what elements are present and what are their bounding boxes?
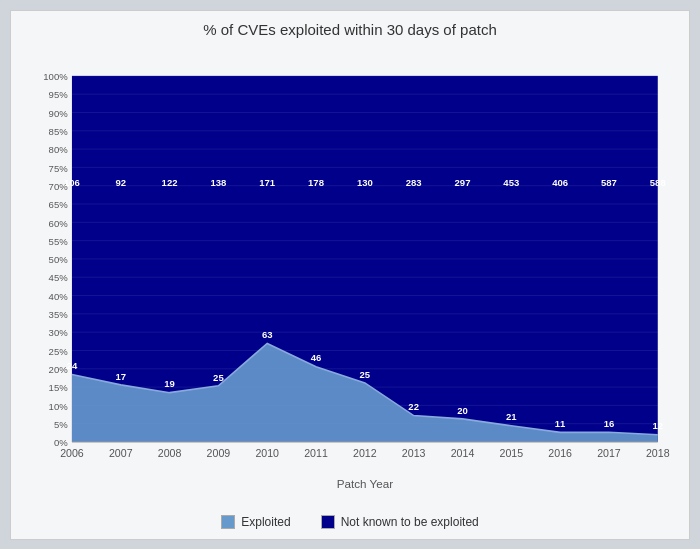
svg-text:2009: 2009 [207,446,231,458]
svg-text:587: 587 [601,176,617,187]
chart-svg: 0%5%10%15%20%25%30%35%40%45%50%55%60%65%… [21,44,679,511]
svg-text:283: 283 [406,176,422,187]
chart-legend: Exploited Not known to be exploited [221,515,478,529]
svg-text:40%: 40% [49,290,69,301]
svg-text:25%: 25% [49,345,69,356]
svg-text:2012: 2012 [353,446,377,458]
legend-not-exploited: Not known to be exploited [321,515,479,529]
chart-area: 0%5%10%15%20%25%30%35%40%45%50%55%60%65%… [21,44,679,511]
svg-text:65%: 65% [49,199,69,210]
svg-text:60%: 60% [49,217,69,228]
svg-text:2011: 2011 [304,446,328,458]
svg-text:20: 20 [457,404,468,415]
svg-text:90%: 90% [49,107,69,118]
svg-text:10%: 10% [49,400,69,411]
svg-text:25: 25 [360,368,371,379]
svg-text:63: 63 [262,329,273,340]
svg-text:Patch Year: Patch Year [337,476,394,489]
svg-text:85%: 85% [49,126,69,137]
svg-text:46: 46 [311,352,322,363]
svg-text:106: 106 [64,176,80,187]
svg-text:178: 178 [308,176,325,187]
svg-text:2014: 2014 [451,446,475,458]
svg-text:12: 12 [652,420,663,431]
svg-text:11: 11 [555,418,566,429]
svg-text:22: 22 [408,401,419,412]
svg-text:24: 24 [67,360,78,371]
svg-text:45%: 45% [49,272,69,283]
svg-text:25: 25 [213,371,224,382]
svg-text:80%: 80% [49,144,69,155]
svg-text:92: 92 [115,176,126,187]
svg-text:297: 297 [455,176,471,187]
legend-not-exploited-label: Not known to be exploited [341,515,479,529]
legend-exploited-box [221,515,235,529]
svg-text:19: 19 [164,378,175,389]
svg-text:100%: 100% [43,71,68,82]
svg-text:75%: 75% [49,162,69,173]
svg-text:5%: 5% [54,418,68,429]
svg-text:2006: 2006 [60,446,84,458]
legend-not-exploited-box [321,515,335,529]
svg-text:171: 171 [259,176,276,187]
svg-text:15%: 15% [49,382,69,393]
svg-text:453: 453 [503,176,519,187]
svg-text:588: 588 [650,176,667,187]
chart-title: % of CVEs exploited within 30 days of pa… [203,21,497,38]
svg-text:138: 138 [210,176,227,187]
svg-text:35%: 35% [49,309,69,320]
svg-text:95%: 95% [49,89,69,100]
svg-text:2013: 2013 [402,446,426,458]
svg-text:2007: 2007 [109,446,133,458]
svg-text:50%: 50% [49,254,69,265]
svg-text:20%: 20% [49,364,69,375]
legend-exploited-label: Exploited [241,515,290,529]
svg-text:122: 122 [162,176,178,187]
svg-text:130: 130 [357,176,373,187]
svg-text:2018: 2018 [646,446,670,458]
svg-text:2016: 2016 [548,446,572,458]
svg-text:17: 17 [115,370,126,381]
svg-text:2010: 2010 [255,446,279,458]
svg-text:16: 16 [604,417,615,428]
svg-text:406: 406 [552,176,568,187]
chart-container: % of CVEs exploited within 30 days of pa… [10,10,690,540]
svg-text:2015: 2015 [500,446,524,458]
svg-text:2008: 2008 [158,446,182,458]
svg-text:21: 21 [506,411,517,422]
legend-exploited: Exploited [221,515,290,529]
svg-text:30%: 30% [49,327,69,338]
svg-text:2017: 2017 [597,446,621,458]
svg-text:55%: 55% [49,235,69,246]
